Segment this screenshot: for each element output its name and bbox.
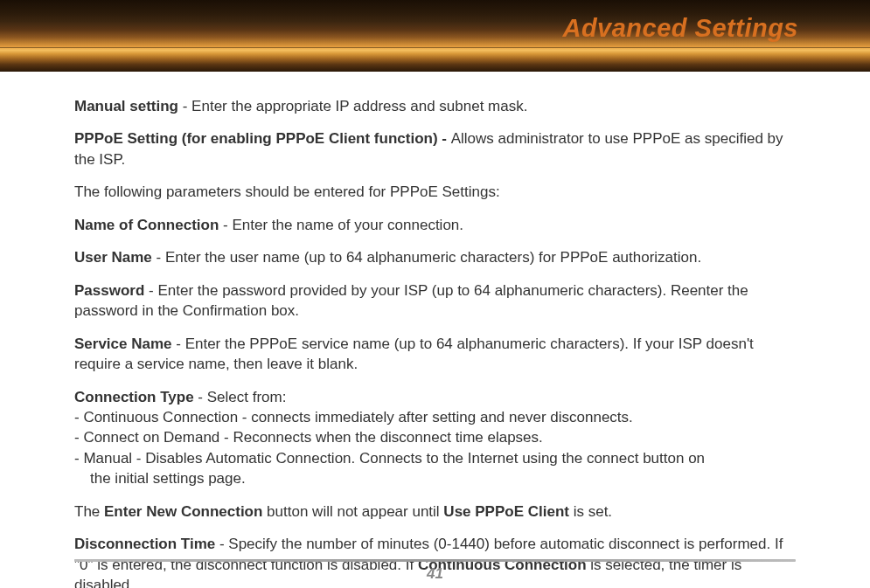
label-manual-setting: Manual setting (74, 98, 178, 114)
footer-divider (74, 559, 796, 562)
ct-option-continuous: - Continuous Connection - connects immed… (74, 407, 796, 427)
header-divider (0, 47, 870, 48)
header-band: Advanced Settings (0, 0, 870, 72)
text-connection-type: - Select from: (194, 389, 287, 405)
text-p9-m: button will not appear until (262, 503, 443, 520)
page-number: 41 (0, 565, 870, 583)
label-name-connection: Name of Connection (74, 217, 219, 233)
ct-option-demand: - Connect on Demand - Reconnects when th… (74, 427, 796, 447)
para-enter-new-conn: The Enter New Connection button will not… (74, 502, 796, 522)
page-title: Advanced Settings (562, 14, 798, 43)
label-password: Password (74, 282, 144, 299)
text-name-connection: - Enter the name of your connection. (219, 217, 463, 233)
text-manual-setting: - Enter the appropriate IP address and s… (178, 98, 527, 114)
para-connection-type: Connection Type - Select from: - Continu… (74, 387, 796, 489)
para-name-connection: Name of Connection - Enter the name of y… (74, 215, 796, 235)
label-connection-type: Connection Type (74, 389, 194, 405)
para-password: Password - Enter the password provided b… (74, 280, 796, 322)
text-user-name: - Enter the user name (up to 64 alphanum… (152, 249, 701, 266)
label-service-name: Service Name (74, 336, 172, 352)
label-enter-new-conn: Enter New Connection (104, 503, 262, 520)
para-user-name: User Name - Enter the user name (up to 6… (74, 247, 796, 267)
text-service-name: - Enter the PPPoE service name (up to 64… (74, 336, 754, 372)
para-manual-setting: Manual setting - Enter the appropriate I… (74, 96, 796, 116)
ct-option-manual-a: - Manual - Disables Automatic Connection… (74, 448, 796, 468)
para-pppoe-setting: PPPoE Setting (for enabling PPPoE Client… (74, 128, 796, 169)
para-intro: The following parameters should be enter… (74, 182, 796, 202)
ct-option-manual-b: the initial settings page. (74, 468, 796, 488)
para-service-name: Service Name - Enter the PPPoE service n… (74, 334, 796, 375)
label-use-pppoe: Use PPPoE Client (443, 503, 569, 520)
text-password: - Enter the password provided by your IS… (74, 282, 748, 319)
label-pppoe-setting: PPPoE Setting (for enabling PPPoE Client… (74, 130, 451, 147)
text-p9-a: The (74, 503, 104, 520)
label-disconnection-time: Disconnection Time (74, 536, 215, 552)
text-p9-e: is set. (569, 503, 612, 520)
label-user-name: User Name (74, 249, 152, 266)
content-body: Manual setting - Enter the appropriate I… (0, 72, 870, 588)
